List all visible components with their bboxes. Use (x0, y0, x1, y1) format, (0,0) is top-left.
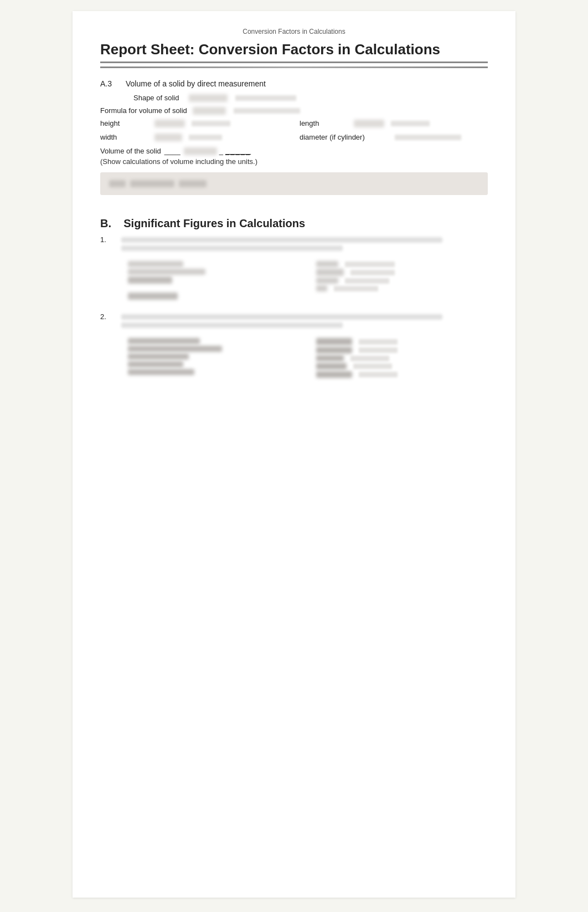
b1-l1-expr (128, 261, 183, 267)
section-b: B. Significant Figures in Calculations 1… (100, 217, 488, 380)
b1-label: 1. (100, 235, 116, 253)
height-value-blurred (154, 120, 185, 127)
b2-para-2 (121, 322, 343, 328)
a3-title: Volume of a solid by direct measurement (126, 79, 266, 88)
volume-label: Volume of the solid (100, 147, 161, 155)
b2-label: 2. (100, 312, 116, 330)
b1-r1-line (345, 262, 395, 267)
report-title: Report Sheet: Conversion Factors in Calc… (100, 41, 488, 63)
b1-right-col (316, 259, 488, 301)
b1-text (121, 235, 442, 253)
b1-right-2 (316, 269, 488, 276)
b2-right-5 (316, 371, 488, 378)
b1-instruction: 1. (100, 235, 488, 253)
b1-left-col (128, 259, 300, 301)
b1-l3-expr (128, 276, 172, 284)
volume-value-blurred (184, 147, 217, 155)
b2-r2-val (316, 347, 352, 353)
length-item: length (300, 119, 488, 127)
b1-right-1 (316, 261, 488, 267)
b2-text (121, 312, 442, 330)
calc-blurred-1 (109, 180, 126, 187)
formula-row: Formula for volume of solid (100, 106, 488, 115)
diameter-label: diameter (if cylinder) (300, 133, 388, 141)
b1-left-3 (128, 276, 300, 284)
b1-r4-val (316, 285, 327, 291)
b2-r5-line (359, 372, 398, 377)
b1-grid (128, 259, 488, 301)
b1-spacer (128, 285, 300, 291)
section-b-label: B. (100, 217, 111, 229)
page: Conversion Factors in Calculations Repor… (73, 11, 515, 898)
b2-left-4 (128, 361, 300, 367)
b2-left-2 (128, 346, 300, 352)
b1-l2-expr (128, 269, 205, 275)
b1-left-2 (128, 269, 300, 275)
formula-line-blurred (234, 108, 300, 114)
height-item: height (100, 119, 288, 127)
b2-right-col (316, 336, 488, 380)
b2-right-1 (316, 338, 488, 345)
b2-r4-line (353, 363, 392, 369)
b2-l5-expr (128, 369, 194, 375)
b1-right-3 (316, 278, 488, 284)
b2-l3-expr (128, 353, 189, 360)
diameter-item: diameter (if cylinder) (300, 133, 488, 141)
shape-line-blurred (235, 95, 296, 101)
a3-label: A.3 (100, 79, 117, 88)
b2-l4-expr (128, 361, 183, 367)
length-line-blurred (391, 121, 430, 126)
length-label: length (300, 119, 349, 127)
diameter-line-blurred (395, 135, 461, 140)
calculation-box (100, 172, 488, 195)
length-value-blurred (354, 120, 384, 127)
b2-left-5 (128, 369, 300, 375)
b1-left-1 (128, 261, 300, 267)
width-value-blurred (154, 134, 182, 141)
b2-r5-val (316, 371, 352, 378)
formula-value-blurred (193, 107, 226, 115)
header-text: Conversion Factors in Calculations (243, 28, 345, 35)
volume-row: Volume of the solid ____ _ _____ (100, 147, 488, 155)
b1-para-2 (121, 245, 343, 251)
height-label: height (100, 119, 150, 127)
width-label: width (100, 133, 150, 141)
b1-para-1 (121, 237, 442, 243)
formula-label: Formula for volume of solid (100, 106, 187, 115)
b2-left-1 (128, 338, 300, 344)
b2-r1-val (316, 338, 352, 345)
b2-left-3 (128, 353, 300, 360)
width-item: width (100, 133, 288, 141)
width-line-blurred (189, 135, 222, 140)
b2-right-2 (316, 347, 488, 353)
b1-right-4 (316, 285, 488, 291)
b2-r4-val (316, 363, 347, 370)
b2-r2-line (359, 347, 398, 353)
shape-label: Shape of solid (133, 94, 183, 102)
title-divider (100, 66, 488, 68)
b1-r2-val (316, 269, 344, 276)
b2-right-3 (316, 355, 488, 361)
b2-r1-line (359, 339, 398, 345)
section-a: A.3 Volume of a solid by direct measurem… (100, 79, 488, 195)
b2-l2-expr (128, 346, 222, 352)
calc-blurred-3 (179, 180, 207, 187)
b1-l4-expr (128, 293, 178, 300)
shape-value-blurred (189, 94, 228, 102)
b2-grid (128, 336, 488, 380)
b2-r3-line (350, 356, 389, 361)
b2-para-1 (121, 314, 442, 320)
b2-instruction: 2. (100, 312, 488, 330)
b1-left-4 (128, 293, 300, 300)
b1-r3-val (316, 278, 338, 284)
b1-r1-val (316, 261, 338, 267)
section-b-header: B. Significant Figures in Calculations (100, 217, 488, 230)
calculation-note: (Show calculations of volume including t… (100, 157, 488, 166)
b1-r4-line (334, 286, 378, 291)
b2-r3-val (316, 355, 344, 361)
b2-l1-expr (128, 338, 200, 344)
b1-r3-line (345, 278, 389, 284)
page-header: Conversion Factors in Calculations (100, 28, 488, 35)
height-line-blurred (192, 121, 230, 126)
a3-row: A.3 Volume of a solid by direct measurem… (100, 79, 488, 88)
